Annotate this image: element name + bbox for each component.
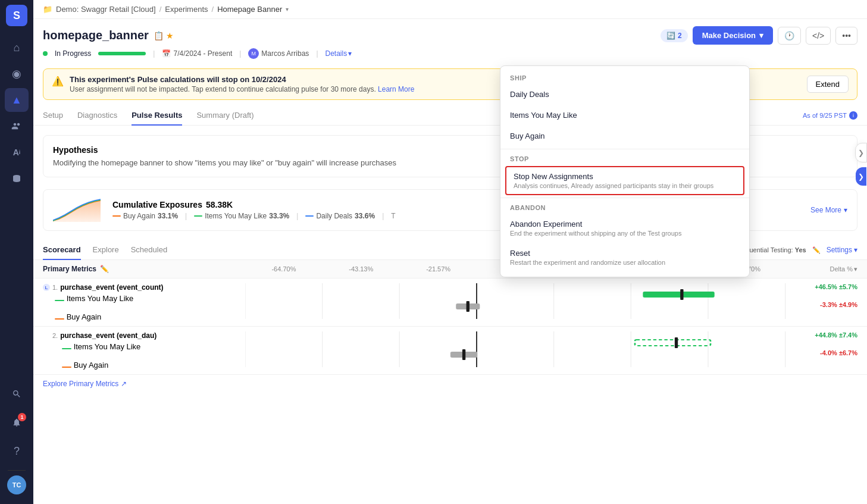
explore-primary-metrics-link[interactable]: Explore Primary Metrics ↗ [33,375,867,393]
metric-2-variant-1-line [62,348,71,349]
breadcrumb-chevron[interactable]: ▾ [286,6,289,12]
metric-2-variant-2: Buy Again [62,361,245,370]
dropdown-divider-1 [500,149,749,149]
see-more-button[interactable]: See More ▾ [810,206,847,214]
header-actions: 📋 ★ [154,31,174,40]
reset-sub: Restart the experiment and randomize use… [510,259,740,266]
header: homepage_banner 📋 ★ 🔄 2 Make Decision ▾ … [33,19,867,45]
breadcrumb-project[interactable]: Demo: Swaggr Retail [Cloud] [56,5,156,14]
metric-2-chart [245,331,786,367]
ship-daily-deals-item[interactable]: Daily Deals [500,84,749,105]
delta-label: Delta % [830,265,853,273]
exposures-labels: Cumulative Exposures 58.38K Buy Again 33… [112,200,396,220]
details-button[interactable]: Details ▾ [325,49,352,58]
col-pct-neg21: -21.57% [400,265,477,273]
code-button[interactable]: </> [806,27,831,45]
copy-icon[interactable]: 📋 [154,31,164,40]
breadcrumb-section[interactable]: Experiments [165,5,208,14]
make-decision-dropdown: Ship Daily Deals Items You May Like Buy … [500,65,750,277]
abandon-experiment-item[interactable]: Abandon Experiment End the experiment wi… [500,214,749,243]
exposures-title: Cumulative Exposures [112,200,202,209]
sidebar-search[interactable] [5,382,29,406]
metric-2-num: 2. [52,332,58,339]
tab-scorecard[interactable]: Scorecard [43,240,81,260]
dropdown-divider-2 [500,198,749,198]
sidebar-avatar[interactable]: TC [7,475,26,494]
details-chevron: ▾ [348,49,352,58]
learn-more-link[interactable]: Learn More [378,85,414,93]
tab-pulse-results[interactable]: Pulse Results [132,106,182,126]
primary-metrics-edit-icon[interactable]: ✏️ [100,265,109,273]
tab-setup[interactable]: Setup [43,106,63,126]
metric-2-delta-2: -4.0% ±6.7% [786,349,857,356]
metric-row-1-inner: L 1. purchase_event (event_count) Items … [43,283,857,321]
edit-icon[interactable]: ✏️ [812,246,821,254]
sidebar-notifications[interactable]: 1 [5,411,29,434]
sidebar-item-data[interactable] [5,167,29,190]
legend-daily-deals-label: Daily Deals [316,212,352,220]
sidebar-item-experiments[interactable]: ▲ [5,88,29,112]
counter-value: 2 [678,32,682,40]
sidebar-item-people[interactable] [5,114,29,138]
counter-badge[interactable]: 🔄 2 [661,29,688,42]
alert-content: This experiment's Pulse calculations wil… [70,75,414,93]
legend-buy-again-dot [112,215,121,217]
history-button[interactable]: 🕐 [778,27,801,45]
owner-name: Marcos Arribas [261,49,309,58]
info-icon[interactable]: i [849,111,857,120]
metric-2-info: 2. purchase_event (event_dau) Items You … [43,331,245,370]
make-decision-button[interactable]: Make Decision ▾ [693,26,773,45]
variant-1-line [55,300,64,301]
primary-metrics-header: Primary Metrics ✏️ [43,265,245,273]
legend-buy-again-label: Buy Again [123,212,155,220]
metric-2-delta-1: +44.8% ±7.4% [786,331,857,339]
metric-2-variant-1: Items You May Like [62,342,245,351]
header-left: homepage_banner 📋 ★ [43,29,174,42]
panel-toggle-button[interactable]: ❯ [856,167,866,186]
metric-1-name: purchase_event (event_count) [60,283,163,292]
legend-divider1: | [185,212,187,220]
settings-button[interactable]: Settings ▾ [827,246,857,254]
svg-rect-20 [635,340,710,346]
alert-body: User assignment will not be impacted. Ta… [70,85,414,93]
svg-rect-8 [643,292,714,298]
metric-2-variant-1-label: Items You May Like [74,342,141,351]
sidebar-bottom: 1 ? TC [5,382,29,499]
settings-chevron: ▾ [854,246,857,254]
breadcrumb-page[interactable]: Homepage Banner [217,5,282,14]
sidebar-help[interactable]: ? [5,439,29,463]
sidebar-logo[interactable]: S [6,5,27,26]
settings-label: Settings [827,246,852,254]
metric-1-info: L 1. purchase_event (event_count) Items … [43,283,245,321]
ship-section-label: Ship [500,71,749,84]
col-delta[interactable]: Delta % ▾ [786,265,857,273]
reset-item[interactable]: Reset Restart the experiment and randomi… [500,243,749,272]
sidebar-item-home[interactable]: ⌂ [5,36,29,60]
legend-daily-deals-pct: 33.6% [355,212,375,220]
status-bar: In Progress | 📅 7/4/2024 - Present | M M… [33,45,867,62]
ship-buy-again-item[interactable]: Buy Again [500,126,749,146]
status-dot [43,51,48,56]
tab-diagnostics[interactable]: Diagnostics [77,106,117,126]
tab-summary[interactable]: Summary (Draft) [196,106,253,126]
explore-link-text: Explore Primary Metrics [43,380,118,388]
tab-scheduled[interactable]: Scheduled [131,240,167,260]
sidebar-item-ai[interactable]: Ai [5,140,29,164]
legend-truncated: T [391,212,395,220]
star-icon[interactable]: ★ [166,31,174,40]
ship-items-you-may-item[interactable]: Items You May Like [500,105,749,126]
extend-button[interactable]: Extend [807,76,849,93]
collapse-panel-button[interactable]: ❯ [855,143,867,162]
breadcrumb-sep2: / [212,5,214,14]
alert-title: This experiment's Pulse calculations wil… [70,75,414,84]
sidebar: S ⌂ ◉ ▲ Ai 1 ? TC [0,0,33,504]
stop-new-sub: Analysis continues, Already assigned par… [514,182,736,189]
sidebar-item-analytics[interactable]: ◉ [5,62,29,86]
metric-1-chart [245,283,786,319]
legend-divider2: | [296,212,298,220]
status-date: 📅 7/4/2024 - Present [162,49,232,58]
stop-new-assignments-item[interactable]: Stop New Assignments Analysis continues,… [505,166,744,195]
tab-explore[interactable]: Explore [93,240,119,260]
more-button[interactable]: ••• [835,27,857,45]
metric-row-2-inner: 2. purchase_event (event_dau) Items You … [43,331,857,370]
